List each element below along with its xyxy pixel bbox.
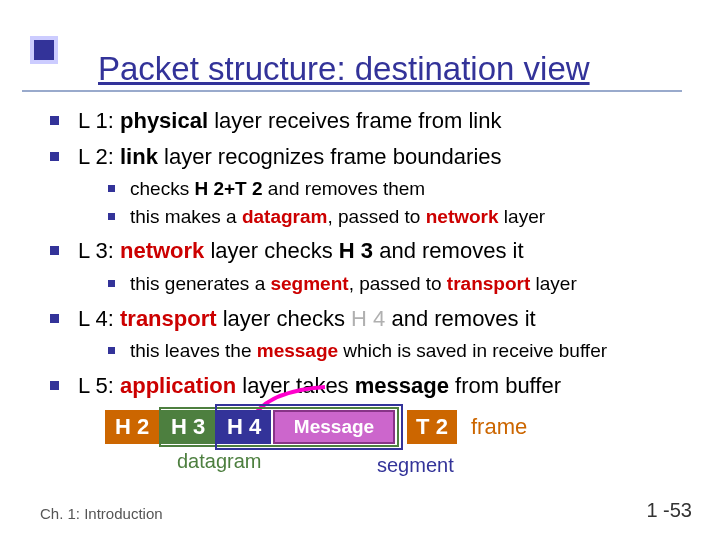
l4s1-pre: this leaves the xyxy=(130,340,257,361)
l3s1-mid: , passed to xyxy=(349,273,447,294)
l2s2-pre: this makes a xyxy=(130,206,242,227)
l3-mid: layer checks xyxy=(204,238,339,263)
l4-sub1: this leaves the message which is saved i… xyxy=(108,337,690,365)
block-h4: H 4 xyxy=(217,410,271,444)
l3s1-r2: transport xyxy=(447,273,530,294)
bullet-l2: L 2: link layer recognizes frame boundar… xyxy=(50,142,690,231)
title-wrap: Packet structure: destination view xyxy=(0,50,720,88)
l2-sub2: this makes a datagram, passed to network… xyxy=(108,203,690,231)
bullet-l1: L 1: physical layer receives frame from … xyxy=(50,106,690,136)
l5-prefix: L 5: xyxy=(78,373,120,398)
l4s1-r: message xyxy=(257,340,338,361)
l2s2-post: layer xyxy=(499,206,545,227)
l3-post: and removes it xyxy=(373,238,523,263)
l3s1-r1: segment xyxy=(270,273,348,294)
slide-title: Packet structure: destination view xyxy=(98,50,720,88)
bullet-list: L 1: physical layer receives frame from … xyxy=(50,106,690,407)
l2s2-mid: , passed to xyxy=(327,206,425,227)
label-segment: segment xyxy=(377,454,454,477)
l2s2-r1: datagram xyxy=(242,206,328,227)
l4-gray: H 4 xyxy=(351,306,385,331)
bullet-l3: L 3: network layer checks H 3 and remove… xyxy=(50,236,690,297)
bullet-l5: L 5: application layer takes message fro… xyxy=(50,371,690,401)
block-t2: T 2 xyxy=(407,410,457,444)
l3s1-post: layer xyxy=(530,273,576,294)
footer-chapter: Ch. 1: Introduction xyxy=(40,505,163,522)
l3-sublist: this generates a segment, passed to tran… xyxy=(108,270,690,298)
footer-page: 1 -53 xyxy=(646,499,692,522)
l2-sublist: checks H 2+T 2 and removes them this mak… xyxy=(108,175,690,230)
l2s2-r2: network xyxy=(426,206,499,227)
title-underline xyxy=(22,90,682,92)
l3-prefix: L 3: xyxy=(78,238,120,263)
label-datagram: datagram xyxy=(177,450,262,473)
l2s1-post: and removes them xyxy=(263,178,426,199)
l5-post: from buffer xyxy=(449,373,561,398)
l1-rest: layer receives frame from link xyxy=(208,108,501,133)
l1-prefix: L 1: xyxy=(78,108,120,133)
block-h3: H 3 xyxy=(161,410,215,444)
l5-b: message xyxy=(355,373,449,398)
l3-b: H 3 xyxy=(339,238,373,263)
block-message: Message xyxy=(273,410,395,444)
label-frame: frame xyxy=(471,414,527,440)
l4s1-post: which is saved in receive buffer xyxy=(338,340,607,361)
l2s1-pre: checks xyxy=(130,178,194,199)
l2-layer: link xyxy=(120,144,158,169)
l4-post: and removes it xyxy=(385,306,535,331)
l2-prefix: L 2: xyxy=(78,144,120,169)
l5-mid: layer takes xyxy=(236,373,355,398)
slide: Packet structure: destination view L 1: … xyxy=(0,0,720,540)
l4-r: transport xyxy=(120,306,217,331)
l2-rest: layer recognizes frame boundaries xyxy=(158,144,502,169)
bullet-l4: L 4: transport layer checks H 4 and remo… xyxy=(50,304,690,365)
l3-sub1: this generates a segment, passed to tran… xyxy=(108,270,690,298)
block-h2: H 2 xyxy=(105,410,159,444)
l4-prefix: L 4: xyxy=(78,306,120,331)
l4-sublist: this leaves the message which is saved i… xyxy=(108,337,690,365)
l1-layer: physical xyxy=(120,108,208,133)
l4-mid: layer checks xyxy=(217,306,352,331)
packet-diagram: H 2 H 3 H 4 Message T 2 frame datagram s… xyxy=(105,410,625,520)
l3-r: network xyxy=(120,238,204,263)
l2s1-b: H 2+T 2 xyxy=(194,178,262,199)
l2-sub1: checks H 2+T 2 and removes them xyxy=(108,175,690,203)
l5-r: application xyxy=(120,373,236,398)
l3s1-pre: this generates a xyxy=(130,273,270,294)
